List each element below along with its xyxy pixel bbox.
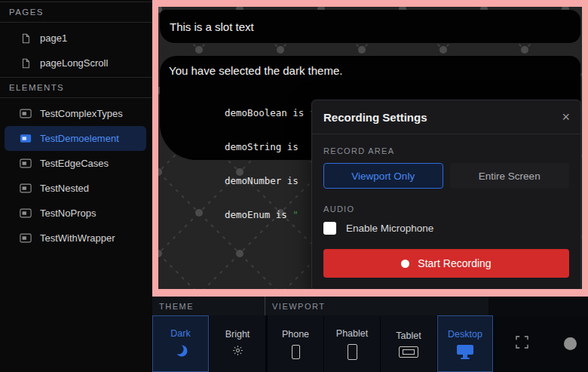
sidebar-item-label: pageLongScroll [40,57,108,69]
modal-title: Recording Settings [323,111,427,124]
audio-label: AUDIO [323,204,569,214]
sidebar-item-label: TestEdgeCases [40,158,109,169]
viewport-tablet-button[interactable]: Tablet [381,315,436,372]
recording-settings-modal: Recording Settings × RECORD AREA Viewpor… [311,100,581,289]
sidebar-item-testcomplextypes[interactable]: TestComplexTypes [0,101,152,126]
sidebar-item-testnested[interactable]: TestNested [0,176,152,201]
sun-icon [232,345,243,358]
phone-icon [292,345,300,359]
viewport-header: VIEWPORT [265,297,488,315]
app-window: PAGES page1 pageLongScroll ELEMENTS Test… [0,0,588,372]
demo-theme-text: You have selected the dark theme. [169,63,571,78]
microphone-checkbox[interactable] [323,222,336,235]
component-icon-selected [20,134,32,143]
toolbar-right-area [494,315,588,372]
slot-text: This is a slot text [170,20,254,33]
start-recording-button[interactable]: Start Recording [323,249,569,278]
microphone-label: Enable Microphone [346,223,433,234]
toolbar-buttons: Dark Bright Phone Phablet Tab [152,315,588,372]
sidebar-item-label: TestComplexTypes [40,108,123,119]
component-icon [20,183,32,193]
sidebar-item-testdemoelement[interactable]: TestDemoelement [5,126,146,151]
sidebar-item-label: TestNested [40,183,89,194]
sidebar-item-label: page1 [40,32,67,44]
moon-icon [174,344,188,360]
preview-canvas: This is a slot text You have selected th… [158,7,582,289]
sidebar-item-label: TestWithWrapper [40,232,115,244]
viewport-phablet-button[interactable]: Phablet [324,315,380,372]
theme-dark-button[interactable]: Dark [152,315,209,372]
toolbar-header: THEME VIEWPORT [152,297,588,315]
sidebar-item-label: TestNoProps [40,208,96,219]
slot-text-bar: This is a slot text [160,10,580,43]
viewport-phone-button[interactable]: Phone [268,315,323,372]
page-icon [20,33,32,44]
desktop-icon [457,345,473,359]
sidebar-item-testedgecases[interactable]: TestEdgeCases [0,151,152,176]
component-icon [20,109,32,118]
component-icon [20,158,32,168]
phablet-icon [348,344,357,360]
entire-screen-button[interactable]: Entire Screen [450,163,570,189]
theme-header: THEME [152,297,265,315]
record-circle-icon[interactable] [564,337,577,350]
toolbar-header-spacer [488,297,588,315]
page-icon [20,58,32,69]
tablet-icon [399,346,418,358]
viewport-only-button[interactable]: Viewport Only [323,163,443,189]
sidebar-item-pagelongscroll[interactable]: pageLongScroll [0,51,152,75]
viewport-desktop-button[interactable]: Desktop [437,315,493,372]
sidebar-item-testwithwrapper[interactable]: TestWithWrapper [0,226,152,251]
record-area-label: RECORD AREA [323,146,569,155]
sidebar-section-elements: ELEMENTS [0,77,152,98]
sidebar-section-pages: PAGES [0,2,152,23]
modal-body: RECORD AREA Viewport Only Entire Screen … [312,134,580,289]
record-area-options: Viewport Only Entire Screen [323,163,569,189]
sidebar: PAGES page1 pageLongScroll ELEMENTS Test… [0,0,152,372]
preview-frame: This is a slot text You have selected th… [152,0,588,297]
sidebar-item-label: TestDemoelement [40,133,119,144]
enable-microphone-row: Enable Microphone [323,222,569,235]
fullscreen-icon[interactable] [516,336,528,352]
modal-header: Recording Settings × [312,100,580,134]
record-dot-icon [401,260,409,268]
sidebar-item-testnoprops[interactable]: TestNoProps [0,201,152,226]
code-value: " [292,209,299,220]
component-icon [20,233,32,243]
theme-bright-button[interactable]: Bright [210,315,265,372]
sidebar-item-page1[interactable]: page1 [0,26,152,51]
close-icon[interactable]: × [562,110,570,124]
component-icon [20,208,32,218]
pages-section-label: PAGES [9,8,44,17]
elements-section-label: ELEMENTS [9,83,64,92]
bottom-toolbar: THEME VIEWPORT Dark Bright Pho [152,297,588,372]
